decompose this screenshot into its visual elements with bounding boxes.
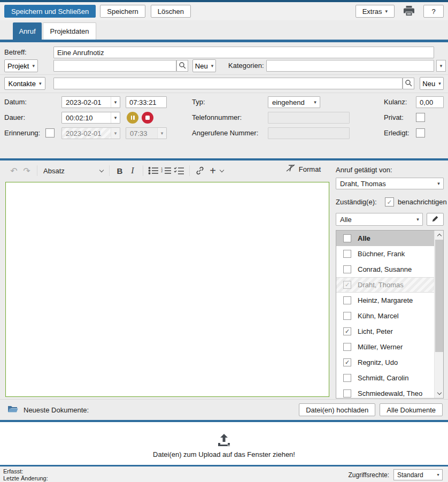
list-item-checkbox[interactable] [343, 250, 351, 258]
project-dropdown-button[interactable]: Projekt ▾ [4, 59, 38, 72]
list-item-checkbox[interactable] [343, 234, 351, 242]
list-item-checkbox[interactable] [343, 343, 351, 351]
duration-combo[interactable]: 00:02:10 ▾ [61, 112, 120, 124]
check-list-icon[interactable] [173, 164, 186, 177]
list-item-checkbox[interactable] [343, 389, 351, 397]
done-label: Erledigt: [384, 127, 410, 139]
contacts-dropdown-button[interactable]: Kontakte ▾ [4, 77, 45, 90]
insert-plus-button[interactable]: + [206, 164, 219, 177]
chevron-down-icon[interactable]: ▾ [434, 178, 443, 189]
list-item[interactable]: Schmiedewald, Theo [336, 386, 434, 399]
clear-format-button[interactable]: Format [286, 164, 321, 174]
contacts-new-button[interactable]: Neu ▾ [420, 77, 444, 90]
list-item[interactable]: Conrad, Susanne [336, 262, 434, 277]
all-documents-button[interactable]: Alle Dokumente [380, 403, 443, 416]
stop-recording-button[interactable] [142, 112, 153, 124]
contacts-input[interactable] [53, 78, 403, 89]
main-toolbar: Speichern und Schließen Speichern Lösche… [0, 2, 448, 20]
extras-button[interactable]: Extras ▾ [356, 5, 395, 18]
notify-checkbox[interactable]: ✓ [385, 197, 394, 206]
list-item-label: Schmiedewald, Theo [358, 389, 422, 397]
categories-dropdown-button[interactable]: ▾ [436, 60, 446, 72]
list-item-checkbox[interactable] [343, 312, 351, 320]
categories-input[interactable] [266, 60, 434, 72]
help-button[interactable]: ? [423, 5, 444, 18]
list-item-checkbox[interactable] [343, 374, 351, 382]
redo-icon[interactable]: ↷ [20, 164, 33, 177]
list-item-checkbox[interactable] [343, 296, 351, 304]
chevron-down-icon: ▾ [440, 63, 443, 68]
editor-toolbar: ↶ ↷ Absatz B I 1 2 [0, 160, 329, 181]
done-checkbox[interactable] [416, 128, 425, 137]
list-item[interactable]: Kühn, Marcel [336, 308, 434, 324]
list-item-label: Regnitz, Udo [358, 358, 398, 366]
list-item[interactable]: Schmidt, Carolin [336, 370, 434, 386]
delete-button[interactable]: Löschen [151, 5, 191, 18]
chevron-down-icon: ▾ [385, 9, 388, 14]
time-input[interactable] [126, 96, 167, 108]
scrollbar-thumb[interactable] [435, 240, 443, 352]
chevron-down-icon[interactable]: ▾ [434, 472, 442, 477]
chevron-down-icon[interactable] [220, 167, 224, 172]
extras-label: Extras [362, 7, 382, 16]
list-item-checkbox[interactable]: ✓ [343, 358, 351, 366]
list-item-label: Licht, Peter [358, 327, 393, 335]
list-scrollbar[interactable] [434, 231, 443, 398]
project-input[interactable] [53, 60, 176, 72]
documents-label: Neueste Dokumente: [24, 406, 89, 414]
phone-label: Telefonnummer: [192, 112, 242, 124]
paragraph-style-dropdown[interactable]: Absatz [41, 164, 105, 177]
project-new-button[interactable]: Neu ▾ [192, 59, 216, 72]
project-search-button[interactable] [176, 60, 188, 72]
list-item-checkbox[interactable] [343, 265, 351, 273]
link-icon[interactable] [194, 164, 206, 177]
numbered-list-icon[interactable]: 1 2 [160, 164, 173, 177]
caller-select[interactable]: Draht, Thomas ▾ [336, 178, 444, 189]
date-combo[interactable]: 2023-02-01 ▾ [61, 96, 120, 108]
note-editor-area[interactable] [5, 182, 329, 397]
tab-projektdaten[interactable]: Projektdaten [43, 22, 96, 40]
kulanz-input[interactable] [416, 96, 444, 108]
list-item[interactable]: ✓ Regnitz, Udo [336, 355, 434, 370]
status-bar: Erfasst: Letzte Änderung: Zugriffsrechte… [0, 465, 448, 482]
chevron-down-icon[interactable]: ▾ [111, 112, 120, 123]
list-item[interactable]: Heintz, Margarete [336, 293, 434, 308]
list-item-checkbox[interactable]: ✓ [343, 327, 351, 335]
list-item[interactable]: Alle [336, 231, 434, 246]
chevron-down-icon[interactable]: ▾ [413, 213, 422, 225]
scroll-up-button[interactable] [435, 231, 444, 240]
italic-button[interactable]: I [126, 164, 139, 177]
called-number-label: Angerufene Nummer: [192, 127, 258, 139]
modified-label: Letzte Änderung: [3, 475, 48, 482]
subject-input[interactable] [53, 47, 434, 58]
tab-anruf[interactable]: Anruf [13, 22, 42, 40]
reminder-checkbox[interactable] [45, 128, 55, 137]
access-rights-select[interactable]: Standard ▾ [393, 469, 443, 480]
responsible-filter-select[interactable]: Alle ▾ [336, 213, 423, 226]
undo-icon[interactable]: ↶ [7, 164, 20, 177]
upload-files-button[interactable]: Datei(en) hochladen [299, 403, 375, 416]
upload-dropzone[interactable]: Datei(en) zum Upload auf das Fenster zie… [0, 422, 448, 465]
list-item[interactable]: ✓ Licht, Peter [336, 324, 434, 339]
chevron-down-icon: ▾ [438, 81, 441, 86]
list-item[interactable]: Müller, Werner [336, 339, 434, 355]
edit-responsible-button[interactable] [427, 213, 444, 226]
type-select[interactable]: eingehend ▾ [268, 96, 320, 108]
chevron-down-icon[interactable]: ▾ [311, 97, 320, 108]
save-and-close-button[interactable]: Speichern und Schließen [4, 5, 96, 18]
pause-recording-button[interactable] [127, 112, 138, 124]
type-value: eingehend [268, 98, 311, 106]
svg-text:2: 2 [161, 170, 163, 173]
print-button[interactable] [400, 5, 418, 18]
bullet-list-icon[interactable] [147, 164, 160, 177]
paragraph-style-label: Absatz [43, 167, 65, 175]
list-item[interactable]: ✓ Draht, Thomas [336, 277, 434, 293]
save-button[interactable]: Speichern [100, 5, 145, 18]
list-item-checkbox[interactable]: ✓ [343, 281, 351, 289]
private-checkbox[interactable] [416, 113, 425, 122]
scroll-down-button[interactable] [435, 389, 444, 398]
list-item[interactable]: Büchner, Frank [336, 246, 434, 262]
bold-button[interactable]: B [113, 164, 126, 177]
contacts-search-button[interactable] [403, 78, 414, 89]
chevron-down-icon[interactable]: ▾ [111, 97, 120, 108]
